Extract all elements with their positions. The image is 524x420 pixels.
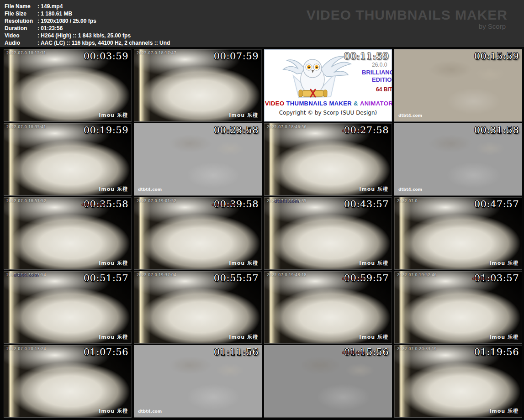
timestamp-overlay: 00:11:59 [344,51,389,62]
timestamp-overlay: 00:07:59 [214,51,259,62]
metadata-value: AAC (LC) :: 116 kbps, 44100 Hz, 2 channe… [41,40,170,46]
imou-camera-watermark: Imou 乐橙 [229,260,258,267]
timestamp-overlay: 00:47:57 [474,199,519,210]
video-thumbnail: 2022-07-0 18:17:47 00:07:59 Imou 乐橙 [134,49,262,121]
video-thumbnail: 2022-07-0 20:33:19 01:19:56 Imou 乐橙 [394,345,522,417]
vtm-brand-line: VIDEOTHUMBNAILS MAKER&ANIMATOR [264,100,392,107]
camera-datetime-overlay: 2022-07-0 18:46:56 [267,125,307,129]
metadata-row: Duration: 01:23:56 [5,25,170,32]
video-thumbnail: 2022-07-0 00:47:57 Imou 乐橙 [394,197,522,269]
video-thumbnail: 2022-07-0 20:13:24 01:07:56 Imou 乐橙 [4,345,132,417]
site-watermark: dtbt4.com [398,187,422,192]
video-thumbnail: 2022-07-0 19:01:52 00:39:58 dtbt4.com Im… [134,197,262,269]
metadata-header: File Name: 149.mp4File Size: 1 180.61 MB… [0,0,524,47]
imou-camera-watermark: Imou 乐橙 [99,260,128,267]
video-thumbnail: 2022-07-0 18:12:11 00:03:59 Imou 乐橙 [4,49,132,121]
metadata-value: 1 180.61 MB [41,10,72,17]
imou-camera-watermark: Imou 乐橙 [229,112,258,119]
timestamp-overlay: 00:51:57 [84,273,128,284]
site-watermark: dtbt4.com [472,276,496,281]
metadata-value: 1920x1080 / 25.00 fps [41,18,96,24]
camera-datetime-overlay: 2022-07-0 20:33:19 [397,347,437,351]
owl-icon [276,53,354,100]
imou-camera-watermark: Imou 乐橙 [229,334,258,341]
imou-camera-watermark: Imou 乐橙 [359,186,388,193]
metadata-value: H264 (High) :: 1 843 kb/s, 25.00 fps [41,32,131,39]
brand-word: THUMBNAILS MAKER [285,100,353,107]
video-thumbnail: 2022-07-0 19:23:54 00:51:57 dtbt4.com Im… [4,271,132,343]
camera-datetime-overlay: 2022-07-0 19:52:46 [397,273,437,277]
metadata-label: Resolution [5,17,37,25]
brand-word: ANIMATOR [359,100,392,107]
vtm-copyright-line: Copyright © by Scorp (SUU Design) [264,110,392,116]
metadata-label: Audio [5,39,37,47]
site-watermark: dtbt4.com [342,276,365,281]
file-metadata-block: File Name: 149.mp4File Size: 1 180.61 MB… [5,3,170,47]
metadata-row: Video: H264 (High) :: 1 843 kb/s, 25.00 … [5,32,170,39]
camera-datetime-overlay: 2022-07-0 20:13:24 [6,347,46,351]
site-watermark: dtbt4.com [274,199,299,204]
timestamp-overlay: 00:31:58 [474,125,519,136]
site-watermark: dtbt4.com [81,202,105,207]
metadata-separator: : [37,10,39,17]
site-watermark: dtbt4.com [212,202,235,207]
imou-camera-watermark: Imou 乐橙 [99,186,128,193]
metadata-label: Video [5,32,37,39]
vtm-bits-label: 64 BIT [376,86,392,93]
timestamp-overlay: 01:19:56 [474,346,519,357]
video-thumbnail: 2022-07-0 18:57:52 00:35:58 dtbt4.com Im… [4,197,132,269]
imou-camera-watermark: Imou 乐橙 [99,408,128,415]
metadata-label: Duration [5,25,37,32]
video-thumbnail: 2022-07-0 18:35:41 00:19:59 Imou 乐橙 [4,123,132,195]
vtm-edition-line: BRILLIANCE [362,69,392,76]
brand-word: VIDEO [264,100,285,107]
imou-camera-watermark: Imou 乐橙 [489,408,519,415]
site-watermark: dtbt4.com [342,350,365,355]
brand-word: & [353,100,359,107]
timestamp-overlay: 00:23:58 [214,125,259,136]
thumbnail-grid: 2022-07-0 18:12:11 00:03:59 Imou 乐橙 2022… [4,49,522,417]
camera-datetime-overlay: 2022-07-0 [397,199,418,203]
metadata-row: File Size: 1 180.61 MB [5,10,170,17]
imou-camera-watermark: Imou 乐橙 [489,260,519,267]
timestamp-overlay: 01:07:56 [84,346,128,357]
camera-datetime-overlay: 2022-07-0 19:01:52 [137,199,176,203]
imou-camera-watermark: Imou 乐橙 [359,260,388,267]
video-thumbnail: 2022-07-0 19:52:46 01:03:57 dtbt4.com Im… [394,271,522,343]
metadata-row: Audio: AAC (LC) :: 116 kbps, 44100 Hz, 2… [5,39,170,47]
camera-datetime-overlay: 2022-07-0 18:35:41 [6,125,46,129]
camera-datetime-overlay: 2022-07-0 18:12:11 [6,51,46,55]
video-thumbnail: 00:31:58 dtbt4.com [394,123,522,195]
vtm-watermark-title: VIDEO THUMBNAILS MAKER [307,7,508,23]
timestamp-overlay: 00:55:57 [214,273,259,284]
imou-camera-watermark: Imou 乐橙 [99,112,128,119]
site-watermark: dtbt4.com [138,409,162,414]
timestamp-overlay: 00:43:57 [344,199,389,210]
camera-datetime-overlay: 2022-07-0 18:17:47 [137,51,176,55]
camera-datetime-overlay: 2022-07-0 18:57:52 [6,199,46,203]
timestamp-overlay: 01:11:56 [214,346,259,357]
metadata-separator: : [37,18,39,24]
imou-camera-watermark: Imou 乐橙 [99,334,128,341]
video-thumbnail: 2022-07-0 18:46:56 00:27:58 dtbt4.com Im… [264,123,392,195]
site-watermark: dtbt4.com [138,187,162,192]
timestamp-overlay: 00:19:59 [84,125,128,136]
site-watermark: dtbt4.com [14,273,39,278]
metadata-value: 01:23:56 [41,25,63,31]
timestamp-overlay: 00:03:59 [84,51,128,62]
video-thumbnail: 2022-07-0 19:06:35 00:43:57 dtbt4.com Im… [264,197,392,269]
metadata-row: File Name: 149.mp4 [5,3,170,10]
metadata-label: File Size [5,10,37,17]
camera-datetime-overlay: 2022-07-0 19:48:18 [267,273,307,277]
metadata-separator: : [37,40,39,46]
camera-datetime-overlay: 2022-07-0 19:37:04 [137,273,176,277]
vtm-watermark-subtitle: by Scorp [479,22,506,30]
vtm-version: 26.0.0 [372,62,387,68]
video-thumbnail: 00:23:58 dtbt4.com [134,123,262,195]
video-thumbnail: 2022-07-0 19:48:18 00:59:57 dtbt4.com Im… [264,271,392,343]
video-thumbnail: 01:11:56 dtbt4.com [134,345,262,417]
video-thumbnail: 01:15:56 dtbt4.com [264,345,392,417]
metadata-separator: : [37,32,39,39]
video-thumbnail: 2022-07-0 19:37:04 00:55:57 Imou 乐橙 [134,271,262,343]
imou-camera-watermark: Imou 乐橙 [489,334,519,341]
